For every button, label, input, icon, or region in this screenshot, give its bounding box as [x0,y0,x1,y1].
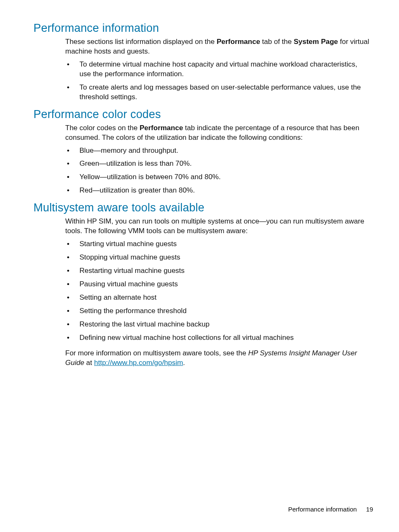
list-item: To determine virtual machine host capaci… [65,60,370,79]
text-fragment: . [183,359,185,367]
list-item: Yellow—utilization is between 70% and 80… [65,172,370,182]
text-fragment: The color codes on the [65,124,140,132]
page-footer: Performance information 19 [288,506,373,513]
text-fragment: tab of the [260,38,294,46]
section-body: The color codes on the Performance tab i… [65,123,370,196]
list-item: Defining new virtual machine host collec… [65,333,370,343]
list-item: Setting the performance threshold [65,306,370,316]
bold-performance: Performance [140,124,183,132]
closing-paragraph: For more information on multisystem awar… [65,349,370,368]
bullet-list: Starting virtual machine guests Stopping… [65,239,370,343]
heading-performance-color-codes: Performance color codes [33,108,374,121]
intro-paragraph: These sections list information displaye… [65,37,370,57]
list-item: Setting an alternate host [65,293,370,303]
document-page: Performance information These sections l… [0,0,399,532]
heading-multisystem-aware-tools: Multisystem aware tools available [33,201,374,214]
bullet-list: To determine virtual machine host capaci… [65,60,370,102]
list-item: Starting virtual machine guests [65,239,370,249]
section-body: Within HP SIM, you can run tools on mult… [65,217,370,368]
text-fragment: at [84,359,94,367]
bold-performance: Performance [217,38,260,46]
list-item: Restoring the last virtual machine backu… [65,320,370,329]
intro-paragraph: The color codes on the Performance tab i… [65,123,370,143]
list-item: Red—utilization is greater than 80%. [65,186,370,195]
heading-performance-information: Performance information [33,22,374,35]
text-fragment: These sections list information displaye… [65,38,217,46]
intro-paragraph: Within HP SIM, you can run tools on mult… [65,217,370,236]
list-item: Pausing virtual machine guests [65,280,370,289]
list-item: Stopping virtual machine guests [65,253,370,262]
link-hpsim[interactable]: http://www.hp.com/go/hpsim [94,359,183,367]
section-body: These sections list information displaye… [65,37,370,102]
list-item: Blue—memory and throughput. [65,146,370,156]
list-item: Restarting virtual machine guests [65,266,370,276]
list-item: To create alerts and log messages based … [65,83,370,102]
text-fragment: For more information on multisystem awar… [65,349,248,357]
footer-label: Performance information [288,506,357,513]
page-number: 19 [366,506,373,513]
list-item: Green—utilization is less than 70%. [65,159,370,169]
bullet-list: Blue—memory and throughput. Green—utiliz… [65,146,370,196]
bold-system-page: System Page [294,38,338,46]
